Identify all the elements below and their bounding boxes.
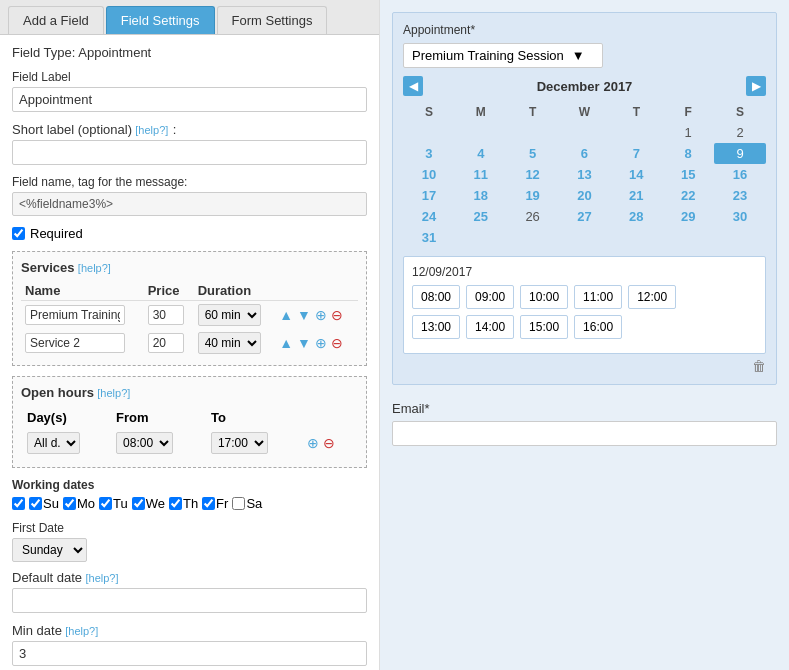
time-slot-1300[interactable]: 13:00 <box>412 315 460 339</box>
service-2-duration[interactable]: 40 min 30 min 60 min 90 min <box>198 332 261 354</box>
day-mo-checkbox[interactable] <box>63 497 76 510</box>
short-label-label: Short label (optional) [help?] : <box>12 122 367 137</box>
calendar-day-cell[interactable]: 24 <box>403 206 455 227</box>
service-1-name[interactable] <box>25 305 125 325</box>
field-label-input[interactable] <box>12 87 367 112</box>
first-date-select[interactable]: Sunday Monday <box>12 538 87 562</box>
oh-day-select[interactable]: All d. Mon <box>27 432 80 454</box>
service-2-up[interactable]: ▲ <box>278 335 294 351</box>
day-fr: Fr <box>202 496 228 511</box>
calendar-day-cell[interactable]: 13 <box>559 164 611 185</box>
calendar-day-cell[interactable]: 16 <box>714 164 766 185</box>
calendar-day-cell[interactable]: 17 <box>403 185 455 206</box>
time-slot-0800[interactable]: 08:00 <box>412 285 460 309</box>
calendar-day-cell[interactable]: 31 <box>403 227 455 248</box>
short-label-help[interactable]: [help?] <box>135 124 168 136</box>
calendar-day-cell[interactable]: 21 <box>610 185 662 206</box>
service-1-up[interactable]: ▲ <box>278 307 294 323</box>
calendar-day-cell[interactable]: 11 <box>455 164 507 185</box>
default-date-help[interactable]: [help?] <box>85 572 118 584</box>
service-1-add[interactable]: ⊕ <box>314 307 328 323</box>
day-tu-checkbox[interactable] <box>99 497 112 510</box>
email-input[interactable] <box>392 421 777 446</box>
calendar-day-cell[interactable]: 20 <box>559 185 611 206</box>
calendar-day-cell[interactable]: 4 <box>455 143 507 164</box>
col-price: Price <box>144 281 194 301</box>
calendar-day-cell[interactable]: 14 <box>610 164 662 185</box>
trash-icon[interactable]: 🗑 <box>752 358 766 374</box>
calendar-day-cell[interactable]: 25 <box>455 206 507 227</box>
time-slot-1000[interactable]: 10:00 <box>520 285 568 309</box>
service-2-down[interactable]: ▼ <box>296 335 312 351</box>
calendar-week-row: 31 <box>403 227 766 248</box>
time-slots-date: 12/09/2017 <box>412 265 757 279</box>
calendar-week-row: 3456789 <box>403 143 766 164</box>
calendar-day-cell[interactable]: 5 <box>507 143 559 164</box>
calendar-day-cell[interactable]: 12 <box>507 164 559 185</box>
time-slot-1100[interactable]: 11:00 <box>574 285 622 309</box>
min-date-help[interactable]: [help?] <box>65 625 98 637</box>
time-slot-1400[interactable]: 14:00 <box>466 315 514 339</box>
calendar-day-cell[interactable]: 28 <box>610 206 662 227</box>
calendar-day-cell[interactable]: 7 <box>610 143 662 164</box>
time-slot-1500[interactable]: 15:00 <box>520 315 568 339</box>
oh-from-select[interactable]: 08:00 09:00 <box>116 432 173 454</box>
open-hours-row-1: All d. Mon 08:00 09:00 <box>23 429 356 457</box>
calendar-day-cell: 2 <box>714 122 766 143</box>
oh-add[interactable]: ⊕ <box>306 435 320 451</box>
oh-remove[interactable]: ⊖ <box>322 435 336 451</box>
day-we-checkbox[interactable] <box>132 497 145 510</box>
service-1-down[interactable]: ▼ <box>296 307 312 323</box>
oh-col-actions <box>302 408 356 427</box>
required-checkbox[interactable] <box>12 227 25 240</box>
cal-next-button[interactable]: ▶ <box>746 76 766 96</box>
calendar-day-cell[interactable]: 23 <box>714 185 766 206</box>
open-hours-help[interactable]: [help?] <box>97 387 130 399</box>
service-1-remove[interactable]: ⊖ <box>330 307 344 323</box>
calendar-day-cell <box>507 227 559 248</box>
service-2-name[interactable] <box>25 333 125 353</box>
calendar-day-cell[interactable]: 27 <box>559 206 611 227</box>
short-label-input[interactable] <box>12 140 367 165</box>
working-dates-label: Working dates <box>12 478 367 492</box>
calendar-day-cell[interactable]: 8 <box>662 143 714 164</box>
calendar-day-cell: 26 <box>507 206 559 227</box>
day-sa-checkbox[interactable] <box>232 497 245 510</box>
tab-form-settings[interactable]: Form Settings <box>217 6 328 34</box>
default-date-input[interactable] <box>12 588 367 613</box>
day-th-checkbox[interactable] <box>169 497 182 510</box>
calendar-day-cell[interactable]: 30 <box>714 206 766 227</box>
calendar-day-cell[interactable]: 22 <box>662 185 714 206</box>
service-dropdown[interactable]: Premium Training Session ▼ <box>403 43 603 68</box>
calendar-day-cell[interactable]: 3 <box>403 143 455 164</box>
calendar-day-cell[interactable]: 15 <box>662 164 714 185</box>
oh-to-select[interactable]: 17:00 18:00 <box>211 432 268 454</box>
calendar-day-cell[interactable]: 9 <box>714 143 766 164</box>
day-fr-checkbox[interactable] <box>202 497 215 510</box>
cal-month: December <box>537 79 600 94</box>
calendar-day-cell[interactable]: 19 <box>507 185 559 206</box>
services-help[interactable]: [help?] <box>78 262 111 274</box>
service-2-price[interactable] <box>148 333 184 353</box>
wd-main-checkbox[interactable] <box>12 497 25 510</box>
tab-field-settings[interactable]: Field Settings <box>106 6 215 34</box>
service-1-duration[interactable]: 60 min 30 min 40 min 90 min <box>198 304 261 326</box>
service-dropdown-row: Premium Training Session ▼ <box>403 43 766 68</box>
calendar-day-cell[interactable]: 18 <box>455 185 507 206</box>
time-slot-1200[interactable]: 12:00 <box>628 285 676 309</box>
service-2-remove[interactable]: ⊖ <box>330 335 344 351</box>
calendar-day-cell[interactable]: 6 <box>559 143 611 164</box>
oh-col-to: To <box>207 408 300 427</box>
day-su-checkbox[interactable] <box>29 497 42 510</box>
time-slot-1600[interactable]: 16:00 <box>574 315 622 339</box>
day-sa: Sa <box>232 496 262 511</box>
calendar-day-cell[interactable]: 29 <box>662 206 714 227</box>
cal-prev-button[interactable]: ◀ <box>403 76 423 96</box>
service-2-add[interactable]: ⊕ <box>314 335 328 351</box>
calendar-day-cell[interactable]: 10 <box>403 164 455 185</box>
time-slot-0900[interactable]: 09:00 <box>466 285 514 309</box>
time-slots-box: 12/09/2017 08:00 09:00 10:00 11:00 12:00… <box>403 256 766 354</box>
service-1-price[interactable] <box>148 305 184 325</box>
tab-add-field[interactable]: Add a Field <box>8 6 104 34</box>
min-date-input[interactable] <box>12 641 367 666</box>
